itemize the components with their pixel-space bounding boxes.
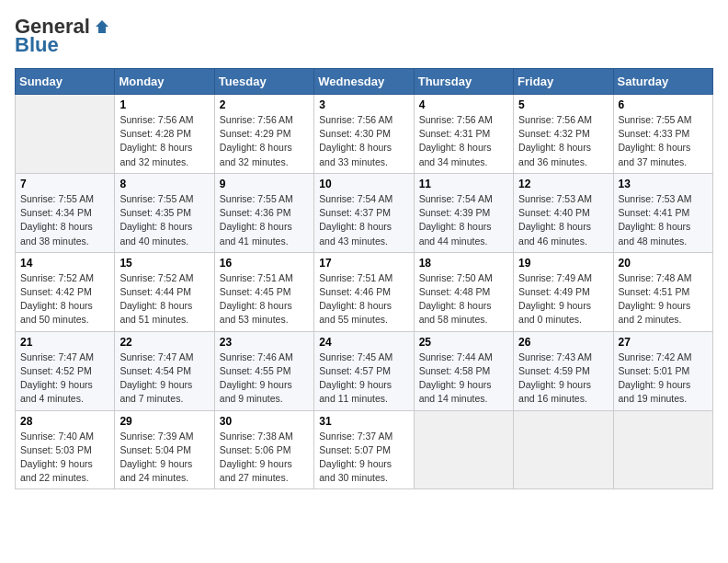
calendar-cell: 25Sunrise: 7:44 AM Sunset: 4:58 PM Dayli… bbox=[414, 331, 513, 410]
day-number: 15 bbox=[119, 257, 209, 270]
day-number: 25 bbox=[419, 336, 508, 349]
day-info: Sunrise: 7:38 AM Sunset: 5:06 PM Dayligh… bbox=[220, 430, 309, 486]
calendar-cell: 27Sunrise: 7:42 AM Sunset: 5:01 PM Dayli… bbox=[613, 331, 712, 410]
day-info: Sunrise: 7:40 AM Sunset: 5:03 PM Dayligh… bbox=[20, 430, 109, 486]
day-info: Sunrise: 7:47 AM Sunset: 4:54 PM Dayligh… bbox=[119, 350, 209, 407]
day-number: 4 bbox=[419, 98, 508, 111]
day-info: Sunrise: 7:55 AM Sunset: 4:36 PM Dayligh… bbox=[220, 192, 309, 248]
calendar-cell: 1Sunrise: 7:56 AM Sunset: 4:28 PM Daylig… bbox=[115, 95, 214, 174]
logo: General Blue bbox=[15, 15, 112, 57]
day-number: 23 bbox=[220, 336, 309, 349]
day-info: Sunrise: 7:54 AM Sunset: 4:37 PM Dayligh… bbox=[319, 192, 408, 248]
day-info: Sunrise: 7:52 AM Sunset: 4:42 PM Dayligh… bbox=[20, 271, 109, 327]
day-number: 9 bbox=[220, 178, 309, 190]
calendar-cell bbox=[414, 410, 513, 489]
calendar-cell: 30Sunrise: 7:38 AM Sunset: 5:06 PM Dayli… bbox=[214, 410, 313, 489]
calendar-cell: 11Sunrise: 7:54 AM Sunset: 4:39 PM Dayli… bbox=[414, 173, 513, 252]
calendar-cell: 7Sunrise: 7:55 AM Sunset: 4:34 PM Daylig… bbox=[16, 173, 115, 252]
calendar-cell: 8Sunrise: 7:55 AM Sunset: 4:35 PM Daylig… bbox=[115, 173, 214, 252]
day-number: 14 bbox=[20, 257, 109, 270]
calendar-cell bbox=[16, 95, 115, 174]
day-info: Sunrise: 7:47 AM Sunset: 4:52 PM Dayligh… bbox=[20, 350, 109, 407]
weekday-header-row: SundayMondayTuesdayWednesdayThursdayFrid… bbox=[16, 69, 713, 95]
calendar-cell: 16Sunrise: 7:51 AM Sunset: 4:45 PM Dayli… bbox=[214, 252, 313, 331]
weekday-header-tuesday: Tuesday bbox=[214, 69, 313, 95]
calendar-cell: 17Sunrise: 7:51 AM Sunset: 4:46 PM Dayli… bbox=[314, 252, 414, 331]
day-number: 12 bbox=[518, 178, 608, 190]
day-number: 30 bbox=[220, 415, 309, 428]
day-info: Sunrise: 7:53 AM Sunset: 4:40 PM Dayligh… bbox=[518, 192, 608, 248]
page-header: General Blue bbox=[15, 15, 713, 57]
calendar-cell: 2Sunrise: 7:56 AM Sunset: 4:29 PM Daylig… bbox=[214, 95, 313, 174]
day-number: 8 bbox=[119, 178, 209, 190]
calendar-cell: 6Sunrise: 7:55 AM Sunset: 4:33 PM Daylig… bbox=[613, 95, 712, 174]
calendar-cell: 12Sunrise: 7:53 AM Sunset: 4:40 PM Dayli… bbox=[514, 173, 613, 252]
calendar-cell: 14Sunrise: 7:52 AM Sunset: 4:42 PM Dayli… bbox=[16, 252, 115, 331]
day-info: Sunrise: 7:55 AM Sunset: 4:34 PM Dayligh… bbox=[20, 192, 109, 248]
day-info: Sunrise: 7:54 AM Sunset: 4:39 PM Dayligh… bbox=[419, 192, 508, 248]
calendar-cell: 20Sunrise: 7:48 AM Sunset: 4:51 PM Dayli… bbox=[613, 252, 712, 331]
weekday-header-monday: Monday bbox=[115, 69, 214, 95]
day-info: Sunrise: 7:56 AM Sunset: 4:30 PM Dayligh… bbox=[319, 113, 408, 169]
calendar-cell: 22Sunrise: 7:47 AM Sunset: 4:54 PM Dayli… bbox=[115, 331, 214, 410]
calendar-cell: 28Sunrise: 7:40 AM Sunset: 5:03 PM Dayli… bbox=[16, 410, 115, 489]
day-info: Sunrise: 7:42 AM Sunset: 5:01 PM Dayligh… bbox=[619, 350, 708, 407]
calendar-cell bbox=[514, 410, 613, 489]
day-info: Sunrise: 7:37 AM Sunset: 5:07 PM Dayligh… bbox=[319, 430, 408, 486]
calendar-week-row: 7Sunrise: 7:55 AM Sunset: 4:34 PM Daylig… bbox=[16, 173, 713, 252]
day-number: 18 bbox=[419, 257, 508, 270]
day-number: 3 bbox=[319, 98, 408, 111]
calendar-cell: 9Sunrise: 7:55 AM Sunset: 4:36 PM Daylig… bbox=[214, 173, 313, 252]
calendar-cell: 4Sunrise: 7:56 AM Sunset: 4:31 PM Daylig… bbox=[414, 95, 513, 174]
day-number: 13 bbox=[619, 178, 708, 190]
day-number: 27 bbox=[619, 336, 708, 349]
calendar-week-row: 14Sunrise: 7:52 AM Sunset: 4:42 PM Dayli… bbox=[16, 252, 713, 331]
day-info: Sunrise: 7:56 AM Sunset: 4:32 PM Dayligh… bbox=[518, 113, 608, 169]
day-number: 24 bbox=[319, 336, 408, 349]
calendar-cell: 31Sunrise: 7:37 AM Sunset: 5:07 PM Dayli… bbox=[314, 410, 414, 489]
day-info: Sunrise: 7:48 AM Sunset: 4:51 PM Dayligh… bbox=[619, 271, 708, 327]
day-info: Sunrise: 7:39 AM Sunset: 5:04 PM Dayligh… bbox=[119, 430, 209, 486]
day-number: 21 bbox=[20, 336, 109, 349]
calendar-week-row: 28Sunrise: 7:40 AM Sunset: 5:03 PM Dayli… bbox=[16, 410, 713, 489]
day-info: Sunrise: 7:45 AM Sunset: 4:57 PM Dayligh… bbox=[319, 350, 408, 407]
calendar-cell: 24Sunrise: 7:45 AM Sunset: 4:57 PM Dayli… bbox=[314, 331, 414, 410]
day-number: 5 bbox=[518, 98, 608, 111]
calendar-cell bbox=[613, 410, 712, 489]
day-number: 2 bbox=[220, 98, 309, 111]
day-info: Sunrise: 7:49 AM Sunset: 4:49 PM Dayligh… bbox=[518, 271, 608, 327]
day-info: Sunrise: 7:46 AM Sunset: 4:55 PM Dayligh… bbox=[220, 350, 309, 407]
day-number: 10 bbox=[319, 178, 408, 190]
calendar-cell: 23Sunrise: 7:46 AM Sunset: 4:55 PM Dayli… bbox=[214, 331, 313, 410]
day-info: Sunrise: 7:50 AM Sunset: 4:48 PM Dayligh… bbox=[419, 271, 508, 327]
calendar-week-row: 21Sunrise: 7:47 AM Sunset: 4:52 PM Dayli… bbox=[16, 331, 713, 410]
day-number: 16 bbox=[220, 257, 309, 270]
calendar-cell: 21Sunrise: 7:47 AM Sunset: 4:52 PM Dayli… bbox=[16, 331, 115, 410]
day-number: 28 bbox=[20, 415, 109, 428]
calendar-week-row: 1Sunrise: 7:56 AM Sunset: 4:28 PM Daylig… bbox=[16, 95, 713, 174]
weekday-header-wednesday: Wednesday bbox=[314, 69, 414, 95]
day-info: Sunrise: 7:52 AM Sunset: 4:44 PM Dayligh… bbox=[119, 271, 209, 327]
weekday-header-saturday: Saturday bbox=[613, 69, 712, 95]
calendar-cell: 26Sunrise: 7:43 AM Sunset: 4:59 PM Dayli… bbox=[514, 331, 613, 410]
calendar-cell: 10Sunrise: 7:54 AM Sunset: 4:37 PM Dayli… bbox=[314, 173, 414, 252]
calendar-cell: 19Sunrise: 7:49 AM Sunset: 4:49 PM Dayli… bbox=[514, 252, 613, 331]
day-info: Sunrise: 7:44 AM Sunset: 4:58 PM Dayligh… bbox=[419, 350, 508, 407]
day-info: Sunrise: 7:55 AM Sunset: 4:33 PM Dayligh… bbox=[619, 113, 708, 169]
day-number: 26 bbox=[518, 336, 608, 349]
calendar-cell: 15Sunrise: 7:52 AM Sunset: 4:44 PM Dayli… bbox=[115, 252, 214, 331]
day-number: 22 bbox=[119, 336, 209, 349]
calendar-cell: 5Sunrise: 7:56 AM Sunset: 4:32 PM Daylig… bbox=[514, 95, 613, 174]
weekday-header-friday: Friday bbox=[514, 69, 613, 95]
day-info: Sunrise: 7:56 AM Sunset: 4:29 PM Dayligh… bbox=[220, 113, 309, 169]
day-info: Sunrise: 7:53 AM Sunset: 4:41 PM Dayligh… bbox=[619, 192, 708, 248]
calendar-table: SundayMondayTuesdayWednesdayThursdayFrid… bbox=[15, 68, 713, 489]
day-number: 29 bbox=[119, 415, 209, 428]
day-info: Sunrise: 7:56 AM Sunset: 4:28 PM Dayligh… bbox=[119, 113, 209, 169]
day-number: 11 bbox=[419, 178, 508, 190]
weekday-header-sunday: Sunday bbox=[16, 69, 115, 95]
day-info: Sunrise: 7:51 AM Sunset: 4:45 PM Dayligh… bbox=[220, 271, 309, 327]
logo-blue-text: Blue bbox=[15, 33, 59, 57]
day-info: Sunrise: 7:55 AM Sunset: 4:35 PM Dayligh… bbox=[119, 192, 209, 248]
day-number: 6 bbox=[619, 98, 708, 111]
